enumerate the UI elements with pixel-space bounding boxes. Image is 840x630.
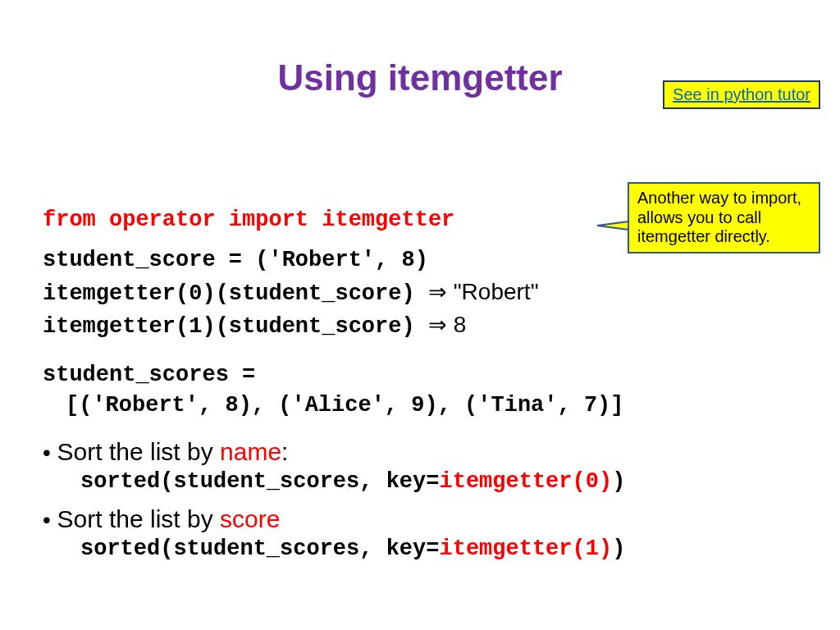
bullet-sort-score: Sort the list by score sorted(student_sc… <box>43 505 797 561</box>
python-tutor-link-box[interactable]: See in python tutor <box>663 80 820 109</box>
bullet-2-keyword: score <box>220 505 280 532</box>
code-itemgetter-0: itemgetter(0)(student_score) ⇒ "Robert" <box>43 276 797 309</box>
slide-body: from operator import itemgetter student_… <box>43 205 797 573</box>
code-get1-result: 8 <box>447 312 466 337</box>
bullet-1-keyword: name <box>220 438 281 465</box>
code-sorted-score-red: itemgetter(1) <box>439 536 612 561</box>
python-tutor-link[interactable]: See in python tutor <box>673 85 810 103</box>
slide: See in python tutor Using itemgetter Ano… <box>0 57 840 630</box>
code-scores-body: [('Robert', 8), ('Alice', 9), ('Tina', 7… <box>43 390 797 421</box>
bullet-1-pre: Sort the list by <box>57 438 220 465</box>
code-sorted-score-a: sorted(student_scores, key= <box>80 536 439 561</box>
arrow-icon: ⇒ <box>428 313 447 337</box>
code-get0-pre: itemgetter(0)(student_score) <box>43 281 428 306</box>
code-assign: student_score = ('Robert', 8) <box>43 245 797 276</box>
code-sorted-score-b: ) <box>612 536 625 561</box>
arrow-icon: ⇒ <box>428 280 447 304</box>
bullet-1-post: : <box>281 438 288 465</box>
code-sorted-score: sorted(student_scores, key=itemgetter(1)… <box>43 536 797 561</box>
code-scores-head: student_scores = <box>43 360 797 390</box>
code-sorted-name: sorted(student_scores, key=itemgetter(0)… <box>43 469 797 494</box>
code-itemgetter-1: itemgetter(1)(student_score) ⇒ 8 <box>43 309 797 342</box>
code-get1-pre: itemgetter(1)(student_score) <box>43 314 428 339</box>
code-sorted-name-red: itemgetter(0) <box>439 469 612 494</box>
code-sorted-name-b: ) <box>612 469 625 494</box>
code-get0-result: "Robert" <box>447 279 539 304</box>
bullet-list: Sort the list by name: sorted(student_sc… <box>43 438 797 561</box>
bullet-sort-name: Sort the list by name: sorted(student_sc… <box>43 438 797 494</box>
code-import: from operator import itemgetter <box>43 205 797 235</box>
bullet-2-pre: Sort the list by <box>57 505 220 532</box>
code-sorted-name-a: sorted(student_scores, key= <box>80 469 439 494</box>
